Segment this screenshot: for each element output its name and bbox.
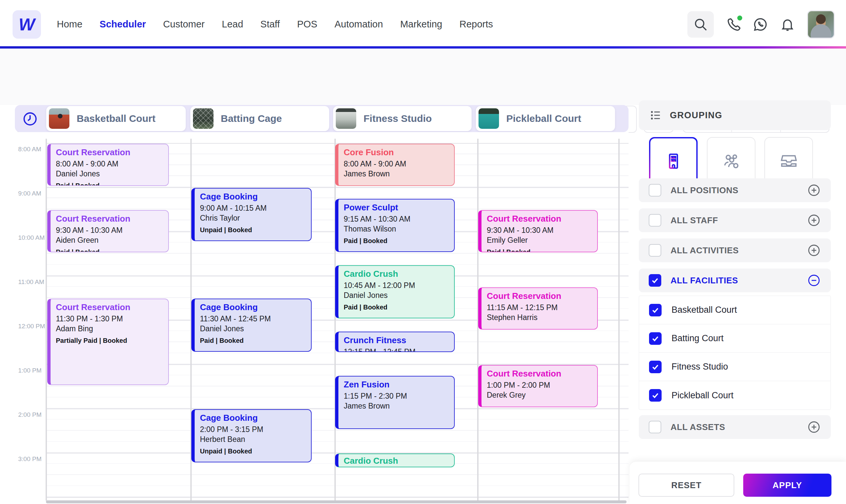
nav-item-scheduler[interactable]: Scheduler: [100, 19, 146, 30]
checkbox-fitness-studio[interactable]: [649, 361, 662, 373]
event-client: Aiden Green: [56, 235, 163, 246]
facility-label: Basketball Court: [671, 305, 737, 315]
nav-item-marketing[interactable]: Marketing: [400, 19, 442, 30]
event-card[interactable]: Cage Booking 2:00 PM - 3:15 PM Herbert B…: [191, 409, 312, 462]
scheduler-toolbar: Jan 10, 2025 Today Default View: [0, 49, 846, 105]
time-label: 3:00 PM: [18, 455, 42, 463]
facility-item-fitness-studio[interactable]: Fitness Studio: [639, 353, 830, 381]
app-logo[interactable]: W: [13, 10, 41, 39]
accordion-all-assets[interactable]: ALL ASSETS: [639, 415, 831, 439]
basketball-court-image: [49, 108, 69, 129]
checkbox-all-staff[interactable]: [649, 214, 661, 227]
staff-people-icon: [722, 152, 741, 170]
column-header-pickleball-court[interactable]: Pickleball Court: [476, 106, 615, 131]
column-header-batting-cage[interactable]: Batting Cage: [190, 106, 329, 131]
event-card[interactable]: Zen Fusion 1:15 PM - 2:30 PM James Brown: [335, 376, 455, 429]
plus-circle-icon[interactable]: [807, 244, 821, 257]
column-header-basketball-court[interactable]: Basketball Court: [46, 106, 186, 131]
event-title: Cardio Crush: [344, 268, 449, 280]
checkbox-basketball-court[interactable]: [649, 304, 662, 317]
event-client: Daniel Jones: [344, 291, 449, 301]
event-title: Court Reservation: [487, 290, 592, 302]
event-client: Chris Taylor: [200, 213, 306, 223]
facility-item-pickleball-court[interactable]: Pickleball Court: [639, 381, 830, 410]
event-status: Paid | Booked: [487, 248, 592, 252]
checkbox-batting-court[interactable]: [649, 332, 662, 345]
checkbox-all-assets[interactable]: [649, 421, 661, 433]
minus-circle-icon[interactable]: [807, 273, 821, 287]
event-title: Cage Booking: [200, 302, 306, 313]
facilities-list: Basketball Court Batting Court Fitness S…: [639, 295, 831, 410]
nav-item-reports[interactable]: Reports: [459, 19, 493, 30]
online-status-dot: [737, 16, 742, 20]
accordion-all-staff[interactable]: ALL STAFF: [639, 209, 831, 232]
phone-icon[interactable]: [726, 17, 741, 32]
event-card[interactable]: Cardio Crush: [335, 453, 455, 467]
accordion-all-activities[interactable]: ALL ACTIVITIES: [639, 238, 831, 262]
time-label: 10:00 AM: [18, 234, 45, 241]
apply-button[interactable]: APPLY: [743, 474, 831, 497]
app-logo-letter: W: [18, 15, 35, 34]
check-icon: [651, 334, 659, 343]
column-separator: [46, 139, 47, 501]
checkbox-all-positions[interactable]: [649, 184, 661, 197]
nav-item-automation[interactable]: Automation: [334, 19, 383, 30]
nav-item-customer[interactable]: Customer: [163, 19, 205, 30]
plus-circle-icon[interactable]: [807, 420, 821, 434]
grouping-label: GROUPING: [670, 110, 722, 121]
facility-item-batting-court[interactable]: Batting Court: [639, 324, 830, 353]
user-avatar[interactable]: [807, 10, 835, 39]
event-card[interactable]: Court Reservation 11:15 AM - 12:15 PM St…: [478, 287, 598, 330]
event-card[interactable]: Court Reservation 11:30 PM - 1:30 PM Ada…: [47, 299, 169, 385]
event-card[interactable]: Court Reservation 9:30 AM - 10:30 AM Emi…: [478, 210, 598, 252]
horizontal-scrollbar[interactable]: [46, 500, 627, 503]
column-title: Fitness Studio: [364, 113, 432, 124]
event-title: Core Fusion: [344, 147, 449, 158]
event-card[interactable]: Crunch Fitness 12:15 PM - 12:45 PM: [335, 331, 455, 352]
group-by-assets-button[interactable]: [764, 137, 813, 185]
event-card[interactable]: Court Reservation 1:00 PM - 2:00 PM Dere…: [478, 365, 598, 407]
nav-item-staff[interactable]: Staff: [260, 19, 280, 30]
facility-item-basketball-court[interactable]: Basketball Court: [639, 296, 830, 324]
nav-item-home[interactable]: Home: [57, 19, 82, 30]
whatsapp-icon[interactable]: [753, 17, 768, 32]
event-card[interactable]: Cardio Crush 10:45 AM - 12:00 PM Daniel …: [335, 265, 455, 318]
column-separator: [334, 139, 336, 501]
event-title: Cage Booking: [200, 191, 306, 202]
nav-item-lead[interactable]: Lead: [222, 19, 243, 30]
event-title: Court Reservation: [487, 368, 592, 379]
event-card[interactable]: Court Reservation 9:30 AM - 10:30 AM Aid…: [47, 210, 169, 252]
event-status: Unpaid | Booked: [200, 448, 306, 455]
event-card[interactable]: Cage Booking 9:00 AM - 10:15 AM Chris Ta…: [191, 188, 312, 241]
list-icon: [650, 110, 661, 121]
checkbox-pickleball-court[interactable]: [649, 389, 662, 402]
facility-label: Pickleball Court: [671, 390, 734, 401]
checkbox-all-activities[interactable]: [649, 244, 661, 257]
plus-circle-icon[interactable]: [807, 183, 821, 197]
nav-item-pos[interactable]: POS: [297, 19, 317, 30]
event-card[interactable]: Power Sculpt 9:15 AM - 10:30 AM Thomas W…: [335, 199, 455, 252]
accordion-all-facilities[interactable]: ALL FACILITIES: [639, 269, 831, 292]
search-icon: [693, 17, 708, 32]
plus-circle-icon[interactable]: [807, 213, 821, 227]
top-navigation-bar: W Home Scheduler Customer Lead Staff POS…: [0, 0, 846, 49]
event-card[interactable]: Core Fusion 8:00 AM - 9:00 AM James Brow…: [335, 144, 455, 186]
calendar-grid: 8:00 AM 9:00 AM 10:00 AM 11:00 AM 12:00 …: [15, 132, 629, 504]
clock-icon: [22, 111, 38, 127]
main-nav: Home Scheduler Customer Lead Staff POS A…: [57, 19, 493, 30]
event-status: Paid | Booked: [344, 304, 449, 311]
event-card[interactable]: Cage Booking 11:30 AM - 12:45 PM Daniel …: [191, 299, 312, 352]
notification-bell-icon[interactable]: [780, 17, 795, 32]
checkbox-all-facilities[interactable]: [649, 274, 661, 287]
event-client: James Brown: [344, 169, 449, 179]
event-title: Court Reservation: [56, 147, 163, 158]
column-title: Pickleball Court: [506, 113, 581, 124]
search-button[interactable]: [687, 11, 714, 38]
group-by-facilities-button[interactable]: [649, 137, 698, 185]
group-by-staff-button[interactable]: [707, 137, 755, 185]
accordion-all-positions[interactable]: ALL POSITIONS: [639, 178, 831, 202]
event-card[interactable]: Court Reservation 8:00 AM - 9:00 AM Dani…: [47, 144, 169, 186]
column-header-fitness-studio[interactable]: Fitness Studio: [333, 106, 472, 131]
event-client: Herbert Bean: [200, 435, 306, 445]
reset-button[interactable]: RESET: [638, 474, 734, 497]
